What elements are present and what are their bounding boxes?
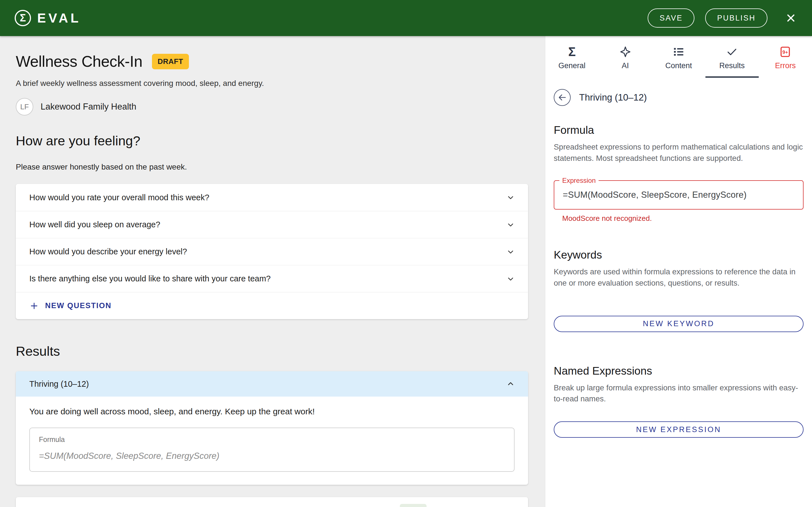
tab-errors[interactable]: 9+ Errors [759,36,812,78]
evaluation-description: A brief weekly wellness assessment cover… [16,79,528,88]
panel-content: Thriving (10–12) Formula Spreadsheet exp… [545,78,812,507]
question-label: How would you describe your energy level… [29,247,506,256]
panel-result-title: Thriving (10–12) [579,92,647,103]
evaluation-title-row: Wellness Check-In DRAFT [16,52,528,70]
tab-label: Results [719,61,745,70]
expression-input[interactable]: Expression =SUM(MoodScore, SleepScore, E… [554,180,804,210]
logo-wordmark: EVAL [37,10,81,25]
question-row-mood[interactable]: How would you rate your overall mood thi… [16,184,528,211]
sigma-logo-icon: Σ [15,10,31,26]
question-row-sleep[interactable]: How well did you sleep on average? [16,211,528,238]
org-name: Lakewood Family Health [41,102,136,112]
app-logo: Σ EVAL [15,10,81,26]
org-avatar: LF [16,98,33,115]
chevron-down-icon [506,247,516,257]
expression-error-text: MoodScore not recognized. [562,214,804,223]
list-icon [672,46,685,58]
panel-tabs: Σ General AI [545,36,812,78]
chevron-down-icon [506,274,516,284]
tab-general[interactable]: Σ General [545,36,599,78]
results-heading: Results [16,343,528,359]
formula-heading: Formula [554,124,804,136]
result-description: You are doing well across mood, sleep, a… [29,407,515,416]
formula-input-placeholder: =SUM(MoodScore, SleepScore, EnergyScore) [39,451,505,461]
tab-label: Content [665,61,692,70]
question-label: How well did you sleep on average? [29,220,506,229]
chevron-down-icon [506,192,516,203]
app-header: Σ EVAL SAVE PUBLISH [0,0,812,36]
tab-label: AI [622,61,629,70]
publish-button[interactable]: PUBLISH [705,8,767,27]
svg-text:9+: 9+ [782,49,788,55]
section-subtitle: Please answer honestly based on the past… [16,163,528,172]
question-row-energy[interactable]: How would you describe your energy level… [16,238,528,265]
keywords-heading: Keywords [554,249,804,261]
new-expression-button[interactable]: NEW EXPRESSION [554,421,804,438]
formula-description: Spreadsheet expressions to perform mathe… [554,142,804,164]
header-actions: SAVE PUBLISH [648,8,797,27]
inspector-panel: Σ General AI [545,36,812,507]
organization-row: LF Lakewood Family Health [16,98,528,115]
tab-results[interactable]: Results [705,36,759,78]
severity-badge-low: LOW [400,504,426,507]
save-button[interactable]: SAVE [648,8,695,27]
named-expressions-heading: Named Expressions [554,365,804,377]
question-label: Is there anything else you would like to… [29,274,506,283]
new-question-button[interactable]: NEW QUESTION [16,292,528,319]
formula-input[interactable]: Formula =SUM(MoodScore, SleepScore, Ener… [29,428,515,472]
tab-content[interactable]: Content [652,36,705,78]
result-body-thriving: You are doing well across mood, sleep, a… [16,397,528,485]
evaluation-editor: Wellness Check-In DRAFT A brief weekly w… [0,36,545,507]
formula-input-label: Formula [39,436,505,444]
check-icon [726,46,738,58]
keywords-description: Keywords are used within formula express… [554,266,804,289]
tab-ai[interactable]: AI [599,36,652,78]
result-card-thriving: Thriving (10–12) You are doing well acro… [16,371,528,485]
questions-card: How would you rate your overall mood thi… [16,184,528,319]
tab-label: General [559,61,586,70]
result-header-doing-ok[interactable]: Doing OK (7–9) LOW [16,497,528,507]
tab-label: Errors [775,61,796,70]
new-keyword-button[interactable]: NEW KEYWORD [554,316,804,332]
section-title: How are you feeling? [16,133,528,149]
nine-plus-badge-icon: 9+ [779,46,792,58]
chevron-down-icon [506,220,516,230]
chevron-up-icon [506,379,516,389]
question-label: How would you rate your overall mood thi… [29,193,506,202]
plus-icon [29,301,39,311]
result-label: Doing OK (7–9) [29,506,400,507]
back-button[interactable] [554,89,571,106]
sparkle-icon [619,46,631,58]
panel-breadcrumb: Thriving (10–12) [554,89,804,106]
chevron-down-icon [506,506,516,507]
close-icon[interactable] [784,11,797,24]
result-header-thriving[interactable]: Thriving (10–12) [16,371,528,397]
result-label: Thriving (10–12) [29,379,506,389]
expression-input-label: Expression [559,177,599,184]
expression-input-value: =SUM(MoodScore, SleepScore, EnergyScore) [563,190,747,200]
sigma-icon: Σ [566,46,578,58]
named-expressions-description: Break up large formula expressions into … [554,382,804,405]
result-card-group: Doing OK (7–9) LOW Needs attention (4–6)… [16,497,528,507]
new-question-label: NEW QUESTION [45,301,112,310]
evaluation-title: Wellness Check-In [16,52,142,70]
app-root: Σ EVAL SAVE PUBLISH Wellness Check-In DR… [0,0,812,507]
question-row-share[interactable]: Is there anything else you would like to… [16,265,528,292]
status-badge: DRAFT [152,54,189,69]
